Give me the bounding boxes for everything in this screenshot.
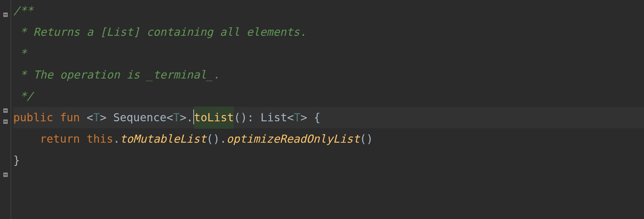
code-token: T xyxy=(93,107,100,129)
code-token: */ xyxy=(13,86,33,107)
code-token: T xyxy=(294,107,301,129)
code-token: >. xyxy=(180,107,193,129)
fold-close-icon[interactable] xyxy=(3,99,8,104)
code-token: < xyxy=(166,107,173,129)
code-editor[interactable]: /** * Returns a [List] containing all el… xyxy=(0,0,644,219)
code-token: toList xyxy=(194,107,234,129)
code-token: * The operation is _terminal_. xyxy=(13,64,220,86)
code-token: containing all elements. xyxy=(140,21,307,43)
code-token: } xyxy=(13,150,20,171)
code-area[interactable]: /** * Returns a [List] containing all el… xyxy=(11,0,644,219)
code-token: > { xyxy=(301,107,321,129)
code-line[interactable]: */ xyxy=(13,86,644,107)
code-line[interactable]: * Returns a [List] containing all elemen… xyxy=(13,21,644,43)
code-token: () xyxy=(360,128,373,150)
code-token: . xyxy=(113,128,120,150)
code-token xyxy=(13,128,40,150)
gutter xyxy=(0,0,11,219)
code-line[interactable]: * The operation is _terminal_. xyxy=(13,64,644,86)
code-token: /** xyxy=(13,0,33,21)
code-token: fun xyxy=(60,107,86,129)
code-token: * xyxy=(13,43,27,65)
fold-open-icon[interactable] xyxy=(3,110,8,115)
code-token: < xyxy=(287,107,294,129)
code-token: < xyxy=(87,107,93,129)
code-line[interactable]: public fun <T> Sequence<T>.toList(): Lis… xyxy=(13,107,644,128)
code-line[interactable]: /** xyxy=(13,0,644,21)
code-token: (). xyxy=(207,128,226,150)
code-token: * Returns a xyxy=(13,21,100,43)
code-token: optimizeReadOnlyList xyxy=(226,128,360,150)
code-token: [List] xyxy=(100,21,140,43)
code-token: (): xyxy=(234,107,260,129)
code-token: public xyxy=(13,107,60,129)
code-token: T xyxy=(173,107,180,129)
code-token: this xyxy=(87,128,113,150)
text-caret xyxy=(193,110,194,124)
fold-open-icon[interactable] xyxy=(3,3,8,8)
code-token: > xyxy=(100,107,113,129)
code-token: Sequence xyxy=(113,107,167,129)
code-line[interactable]: * xyxy=(13,43,644,64)
code-token: return xyxy=(40,128,86,150)
code-token: toMutableList xyxy=(120,128,207,150)
code-token: List xyxy=(260,107,287,129)
fold-close-icon[interactable] xyxy=(3,163,8,168)
code-line[interactable]: } xyxy=(13,150,644,171)
code-line[interactable]: return this.toMutableList().optimizeRead… xyxy=(13,128,644,150)
